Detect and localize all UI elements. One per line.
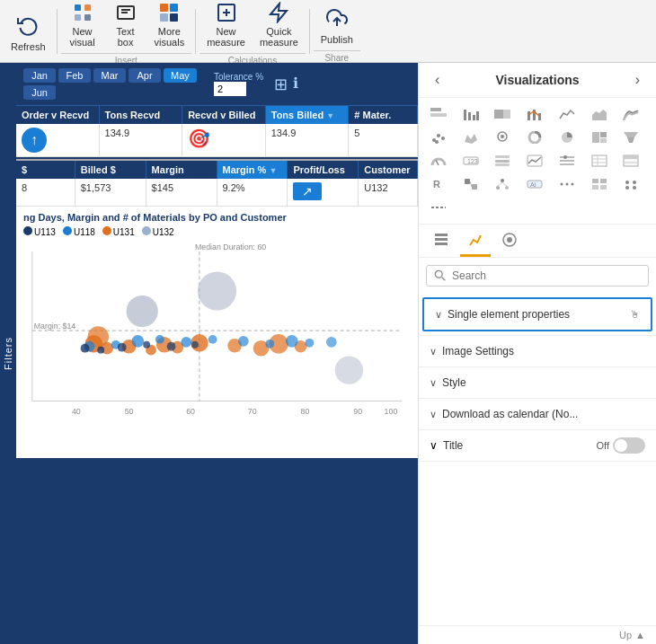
tolerance-label: Tolerance % <box>214 72 263 82</box>
svg-point-122 <box>633 181 636 184</box>
svg-rect-7 <box>160 4 168 12</box>
viz-slicer[interactable] <box>554 150 580 172</box>
viz-area-chart[interactable] <box>587 103 612 125</box>
new-visual-icon <box>68 1 97 24</box>
download-header[interactable]: ∨ Download as calendar (No... <box>419 399 656 429</box>
viz-python[interactable] <box>458 173 483 195</box>
viz-bar-chart[interactable] <box>458 103 483 125</box>
month-feb[interactable]: Feb <box>58 68 91 83</box>
td2-margin-pct: 9.2% <box>217 179 288 207</box>
svg-line-111 <box>502 182 507 186</box>
svg-rect-128 <box>435 243 448 245</box>
text-box-button[interactable]: Text box <box>104 0 147 51</box>
viz-multi-row-card[interactable] <box>490 150 515 172</box>
viz-scatter-alt[interactable] <box>618 173 643 195</box>
th-tons-billed: Tons Billed ▼ <box>266 106 350 124</box>
svg-rect-96 <box>592 155 607 166</box>
properties-panel: ∨ Single element properties 🖱 ∨ Image Se… <box>419 294 656 625</box>
viz-decomp[interactable] <box>490 173 515 195</box>
image-settings-header[interactable]: ∨ Image Settings <box>419 336 656 366</box>
viz-stacked-bar[interactable] <box>426 103 451 125</box>
svg-rect-93 <box>560 160 574 162</box>
month-mar[interactable]: Mar <box>93 68 126 83</box>
viz-ribbon-chart[interactable] <box>618 103 643 125</box>
svg-point-74 <box>441 137 445 140</box>
svg-point-108 <box>496 186 500 190</box>
new-visual-button[interactable]: New visual <box>61 0 104 51</box>
tab-analytics[interactable] <box>494 228 525 257</box>
svg-rect-104 <box>465 179 470 184</box>
refresh-button[interactable]: Refresh <box>4 4 53 58</box>
svg-rect-68 <box>527 111 530 120</box>
viz-map[interactable] <box>490 127 515 148</box>
th2-dollar: $ <box>16 161 75 179</box>
viz-r-script[interactable]: R <box>426 173 451 195</box>
th-recvd-billed: Recvd v Billed <box>182 106 266 124</box>
title-toggle-switch[interactable] <box>613 437 645 454</box>
table-data-top: ↑ 134.9 🎯 134.9 5 <box>16 124 418 157</box>
viz-more[interactable] <box>554 173 580 195</box>
prop-section-title: ∨ Title Off <box>419 430 656 462</box>
svg-point-55 <box>97 347 104 354</box>
svg-text:90: 90 <box>353 407 362 416</box>
target-icon: 🎯 <box>188 128 210 149</box>
tab-fields[interactable] <box>426 228 457 257</box>
viz-grid-view[interactable] <box>587 173 612 195</box>
info-icon[interactable]: ℹ <box>293 75 298 94</box>
legend-u131: U131 <box>102 226 135 237</box>
new-measure-button[interactable]: New measure <box>199 0 253 51</box>
single-element-label: Single element properties <box>448 308 570 321</box>
up-button[interactable]: Up ▲ <box>419 625 656 644</box>
viz-100pct-bar[interactable] <box>490 103 515 125</box>
svg-point-114 <box>560 183 563 186</box>
viz-funnel[interactable] <box>618 127 643 148</box>
svg-point-46 <box>155 335 164 344</box>
svg-point-45 <box>131 335 144 348</box>
separator-1 <box>57 9 58 54</box>
viz-ai-insights[interactable]: AI <box>522 173 547 195</box>
td2-dollar: 8 <box>16 179 75 207</box>
viz-kpi[interactable] <box>522 150 547 172</box>
viz-donut[interactable] <box>522 127 547 148</box>
publish-button[interactable]: Publish <box>314 0 360 49</box>
viz-treemap[interactable] <box>587 127 612 148</box>
style-header[interactable]: ∨ Style <box>419 367 656 398</box>
refresh-icon <box>13 11 42 40</box>
quick-measure-button[interactable]: Quick measure <box>253 0 306 51</box>
viz-nav-left[interactable]: ‹ <box>430 70 445 90</box>
tolerance-input[interactable] <box>214 82 246 96</box>
viz-nav-right[interactable]: › <box>630 70 645 90</box>
viz-dotted-line[interactable] <box>426 197 451 218</box>
svg-rect-117 <box>592 179 598 183</box>
viz-table-icon[interactable] <box>587 150 612 172</box>
month-jan[interactable]: Jan <box>23 68 56 83</box>
viz-icon-grid: 123 R <box>419 98 656 225</box>
month-apr[interactable]: Apr <box>129 68 161 83</box>
td2-customer: U132 <box>359 179 418 207</box>
viz-gauge[interactable] <box>426 150 451 172</box>
viz-scatter[interactable] <box>426 127 451 148</box>
tab-format[interactable] <box>460 228 491 257</box>
viz-filled-map[interactable] <box>458 127 483 148</box>
more-visuals-button[interactable]: More visuals <box>147 0 192 51</box>
svg-rect-60 <box>430 113 447 117</box>
image-settings-label: Image Settings <box>442 345 514 357</box>
viz-line-chart[interactable] <box>554 103 580 125</box>
single-element-header[interactable]: ∨ Single element properties 🖱 <box>422 297 652 331</box>
svg-rect-63 <box>468 112 471 120</box>
viz-combo-chart[interactable] <box>522 103 547 125</box>
viz-card[interactable]: 123 <box>458 150 483 172</box>
more-visuals-icon <box>155 1 183 24</box>
month-jun[interactable]: Jun <box>23 85 56 100</box>
td2-profit <box>288 179 359 207</box>
search-input[interactable] <box>452 269 641 282</box>
viz-matrix[interactable] <box>618 150 643 172</box>
month-may[interactable]: May <box>164 68 197 83</box>
svg-rect-3 <box>84 14 91 21</box>
share-group-label: Share <box>314 50 360 63</box>
viz-pie[interactable] <box>554 127 580 148</box>
arrow-up-icon: ↑ <box>22 128 47 153</box>
filters-sidebar[interactable]: Filters <box>0 63 16 644</box>
toolbar: Refresh New visual <box>0 0 656 63</box>
filter-icon[interactable]: ⊞ <box>274 75 288 94</box>
